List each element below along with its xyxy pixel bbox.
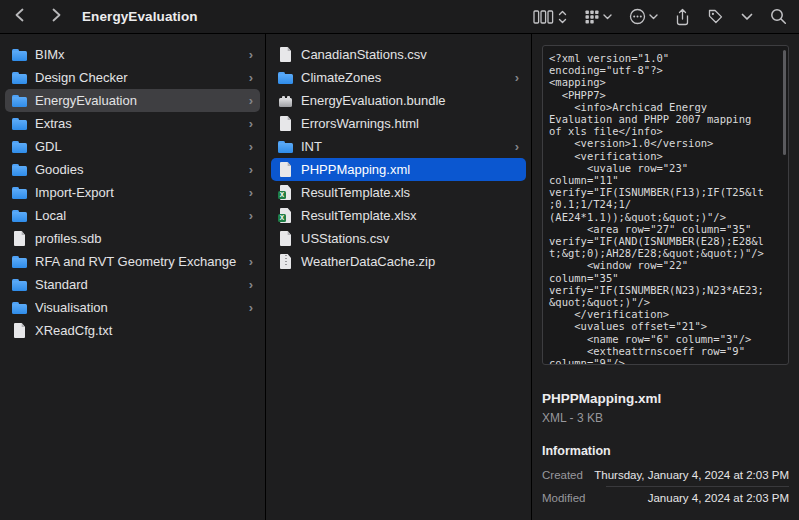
item-label: USStations.csv bbox=[301, 231, 521, 246]
folder-icon bbox=[11, 115, 28, 132]
item-label: RFA and RVT Geometry Exchange bbox=[35, 254, 249, 269]
preview-file-meta: XML - 3 KB bbox=[542, 411, 789, 425]
folder-icon bbox=[277, 69, 294, 86]
chevron-down-icon bbox=[649, 14, 658, 20]
item-goodies[interactable]: Goodies bbox=[5, 158, 260, 181]
item-bimx[interactable]: BIMx bbox=[5, 43, 260, 66]
file-preview[interactable]: <?xml version="1.0" encoding="utf-8"?> <… bbox=[542, 45, 789, 365]
item-label: EnergyEvaluation bbox=[35, 93, 249, 108]
share-icon bbox=[675, 8, 690, 26]
item-label: CanadianStations.csv bbox=[301, 47, 521, 62]
chevron-down-icon bbox=[603, 14, 612, 20]
modified-label: Modified bbox=[542, 492, 585, 504]
item-visualisation[interactable]: Visualisation bbox=[5, 296, 260, 319]
column-view: BIMx Design Checker EnergyEvaluation Ext… bbox=[0, 34, 799, 520]
tags-button[interactable] bbox=[707, 8, 724, 25]
item-xreadcfg-txt[interactable]: XReadCfg.txt bbox=[5, 319, 260, 342]
item-label: profiles.sdb bbox=[35, 231, 255, 246]
item-local[interactable]: Local bbox=[5, 204, 260, 227]
folder-icon bbox=[11, 207, 28, 224]
chevron-right-icon bbox=[249, 301, 255, 314]
chevron-right-icon bbox=[249, 71, 255, 84]
item-energyevaluation-bundle[interactable]: EnergyEvaluation.bundle bbox=[271, 89, 526, 112]
group-icon bbox=[584, 9, 600, 25]
chevron-right-icon bbox=[515, 71, 521, 84]
tag-icon bbox=[707, 8, 724, 25]
item-weatherdatacache-zip[interactable]: WeatherDataCache.zip bbox=[271, 250, 526, 273]
chevron-left-icon bbox=[12, 7, 28, 26]
item-int[interactable]: INT bbox=[271, 135, 526, 158]
back-button[interactable] bbox=[12, 7, 28, 26]
item-label: GDL bbox=[35, 139, 249, 154]
folder-icon bbox=[11, 253, 28, 270]
document-icon bbox=[277, 46, 294, 63]
chevron-right-icon bbox=[249, 163, 255, 176]
xml-preview-text: <?xml version="1.0" encoding="utf-8"?> <… bbox=[549, 52, 782, 365]
group-button[interactable] bbox=[584, 9, 612, 25]
toolbar-overflow-button[interactable] bbox=[741, 13, 753, 21]
share-button[interactable] bbox=[675, 8, 690, 26]
item-energyevaluation[interactable]: EnergyEvaluation bbox=[5, 89, 260, 112]
document-icon bbox=[277, 161, 294, 178]
item-label: ErrorsWarnings.html bbox=[301, 116, 521, 131]
folder-icon bbox=[11, 138, 28, 155]
item-climatezones[interactable]: ClimateZones bbox=[271, 66, 526, 89]
chevron-right-icon bbox=[249, 117, 255, 130]
item-resulttemplate-xls[interactable]: ResultTemplate.xls bbox=[271, 181, 526, 204]
folder-icon bbox=[11, 276, 28, 293]
item-label: Local bbox=[35, 208, 249, 223]
chevron-right-icon bbox=[249, 140, 255, 153]
excel-icon bbox=[277, 207, 294, 224]
search-icon bbox=[770, 8, 787, 25]
item-label: PHPPMapping.xml bbox=[301, 162, 521, 177]
item-rfa-and-rvt-geometry-exchange[interactable]: RFA and RVT Geometry Exchange bbox=[5, 250, 260, 273]
item-label: XReadCfg.txt bbox=[35, 323, 255, 338]
item-errorswarnings-html[interactable]: ErrorsWarnings.html bbox=[271, 112, 526, 135]
view-options-button[interactable] bbox=[533, 9, 567, 25]
information-header: Information bbox=[542, 444, 789, 458]
item-label: ResultTemplate.xlsx bbox=[301, 208, 521, 223]
chevron-right-icon bbox=[249, 186, 255, 199]
folder-icon bbox=[277, 138, 294, 155]
zip-icon bbox=[277, 253, 294, 270]
chevron-right-icon bbox=[249, 94, 255, 107]
up-down-chevrons-icon bbox=[558, 9, 567, 25]
item-label: ResultTemplate.xls bbox=[301, 185, 521, 200]
file-list-column: CanadianStations.csv ClimateZones Energy… bbox=[266, 34, 532, 520]
item-phppmapping-xml[interactable]: PHPPMapping.xml bbox=[271, 158, 526, 181]
chevron-right-icon bbox=[249, 255, 255, 268]
document-icon bbox=[11, 322, 28, 339]
created-value: Thursday, January 4, 2024 at 2:03 PM bbox=[594, 469, 789, 481]
ellipsis-circle-icon bbox=[629, 8, 646, 25]
folder-icon bbox=[11, 299, 28, 316]
item-standard[interactable]: Standard bbox=[5, 273, 260, 296]
item-resulttemplate-xlsx[interactable]: ResultTemplate.xlsx bbox=[271, 204, 526, 227]
item-label: Standard bbox=[35, 277, 249, 292]
modified-row: Modified January 4, 2024 at 2:03 PM bbox=[542, 487, 789, 509]
window-title: EnergyEvaluation bbox=[82, 9, 198, 24]
item-label: Import-Export bbox=[35, 185, 249, 200]
search-button[interactable] bbox=[770, 8, 787, 25]
bundle-icon bbox=[277, 92, 294, 109]
item-label: Extras bbox=[35, 116, 249, 131]
item-label: WeatherDataCache.zip bbox=[301, 254, 521, 269]
item-design-checker[interactable]: Design Checker bbox=[5, 66, 260, 89]
item-profiles-sdb[interactable]: profiles.sdb bbox=[5, 227, 260, 250]
folder-list-column: BIMx Design Checker EnergyEvaluation Ext… bbox=[0, 34, 266, 520]
forward-button[interactable] bbox=[48, 7, 64, 26]
more-options-button[interactable] bbox=[629, 8, 658, 25]
item-label: ClimateZones bbox=[301, 70, 515, 85]
created-row: Created Thursday, January 4, 2024 at 2:0… bbox=[542, 464, 789, 486]
preview-scrollbar[interactable] bbox=[783, 50, 786, 155]
folder-icon bbox=[11, 46, 28, 63]
item-canadianstations-csv[interactable]: CanadianStations.csv bbox=[271, 43, 526, 66]
item-usstations-csv[interactable]: USStations.csv bbox=[271, 227, 526, 250]
document-icon bbox=[277, 115, 294, 132]
finder-window: EnergyEvaluation bbox=[0, 0, 799, 520]
item-gdl[interactable]: GDL bbox=[5, 135, 260, 158]
item-import-export[interactable]: Import-Export bbox=[5, 181, 260, 204]
item-extras[interactable]: Extras bbox=[5, 112, 260, 135]
chevron-right-icon bbox=[249, 48, 255, 61]
modified-value: January 4, 2024 at 2:03 PM bbox=[648, 492, 789, 504]
document-icon bbox=[11, 230, 28, 247]
